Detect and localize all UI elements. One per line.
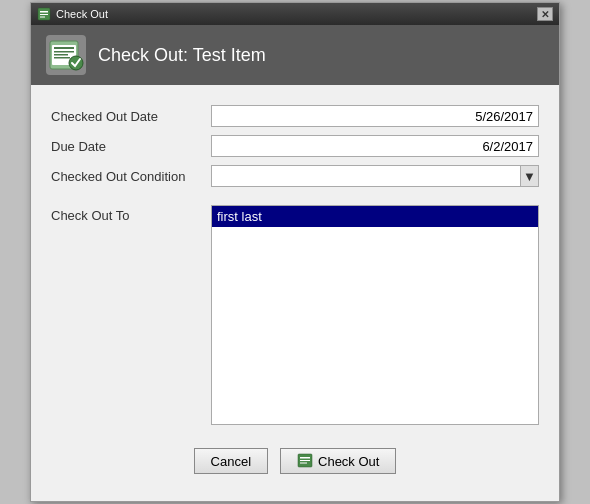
checked-out-date-label: Checked Out Date — [51, 109, 211, 124]
check-out-to-label: Check Out To — [51, 205, 211, 223]
svg-rect-8 — [54, 54, 68, 56]
due-date-row: Due Date — [51, 135, 539, 157]
cancel-label: Cancel — [211, 454, 251, 469]
title-bar-text: Check Out — [56, 8, 108, 20]
window-icon — [37, 7, 51, 21]
header-icon — [46, 35, 86, 75]
checked-out-condition-label: Checked Out Condition — [51, 169, 211, 184]
title-bar: Check Out ✕ — [31, 3, 559, 25]
svg-rect-9 — [54, 57, 70, 59]
checkout-icon — [297, 452, 313, 471]
svg-rect-2 — [40, 14, 48, 15]
checkout-dialog: Check Out ✕ Check Out: Test Item Checked… — [30, 2, 560, 502]
title-bar-left: Check Out — [37, 7, 108, 21]
check-out-to-row: Check Out To first last — [51, 205, 539, 425]
checked-out-condition-row: Checked Out Condition ▼ — [51, 165, 539, 187]
svg-rect-3 — [40, 17, 45, 18]
dropdown-arrow-icon[interactable]: ▼ — [520, 166, 538, 186]
spacer — [51, 195, 539, 205]
check-out-to-list[interactable]: first last — [211, 205, 539, 425]
header-bar: Check Out: Test Item — [31, 25, 559, 85]
checkout-button[interactable]: Check Out — [280, 448, 396, 474]
form-content: Checked Out Date Due Date Checked Out Co… — [31, 85, 559, 501]
list-item[interactable]: first last — [212, 206, 538, 227]
due-date-label: Due Date — [51, 139, 211, 154]
checked-out-date-row: Checked Out Date — [51, 105, 539, 127]
due-date-input[interactable] — [211, 135, 539, 157]
cancel-button[interactable]: Cancel — [194, 448, 268, 474]
svg-rect-6 — [54, 47, 74, 49]
buttons-row: Cancel Check Out — [51, 440, 539, 486]
checked-out-date-input[interactable] — [211, 105, 539, 127]
svg-rect-1 — [40, 11, 48, 13]
close-button[interactable]: ✕ — [537, 7, 553, 21]
svg-rect-7 — [54, 51, 74, 53]
svg-rect-13 — [300, 460, 310, 461]
header-title: Check Out: Test Item — [98, 45, 266, 66]
svg-rect-12 — [300, 457, 310, 459]
svg-rect-14 — [300, 462, 307, 463]
checked-out-condition-field[interactable] — [212, 166, 520, 186]
checkout-label: Check Out — [318, 454, 379, 469]
checked-out-condition-dropdown[interactable]: ▼ — [211, 165, 539, 187]
